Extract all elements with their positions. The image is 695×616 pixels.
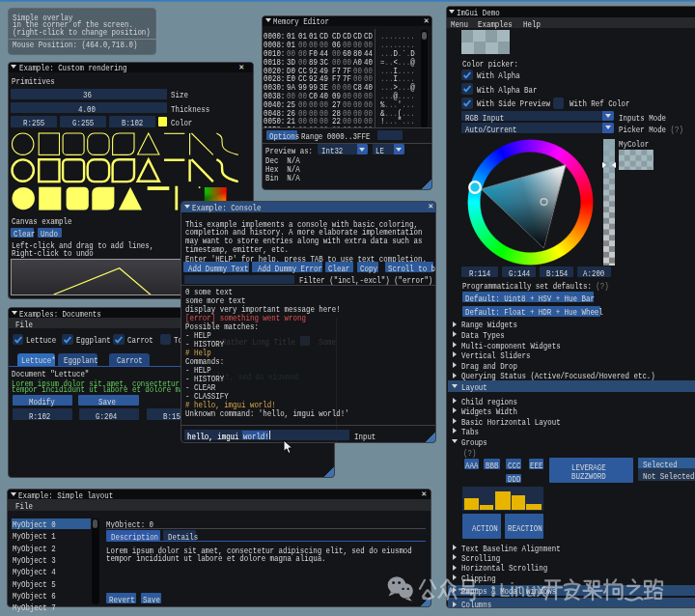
svg-text:Linux: Linux [499,579,546,601]
